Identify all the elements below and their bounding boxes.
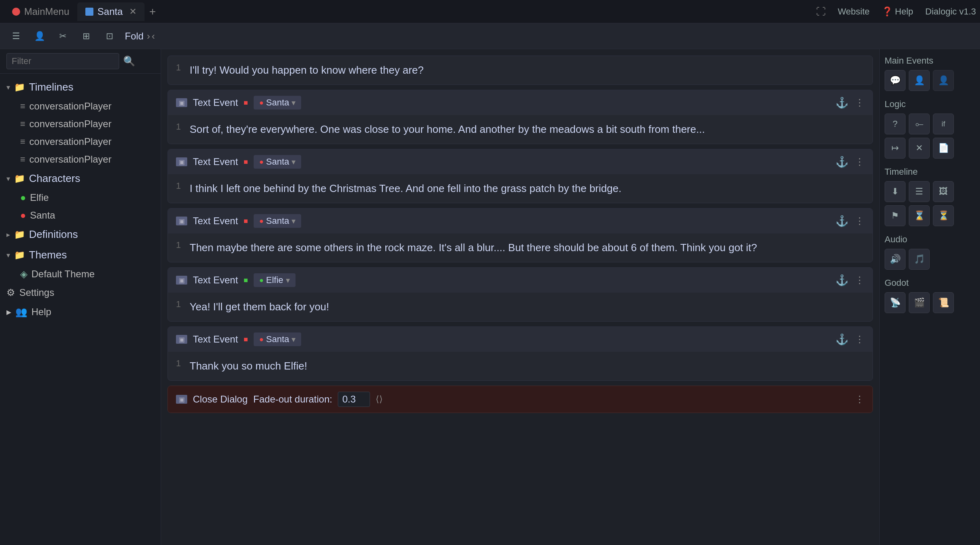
event-header-4: ▣ Text Event ■ ● Elfie ▾ ⚓ ⋮ [168, 268, 872, 293]
toolbar-user-btn[interactable]: 👤 [31, 28, 48, 44]
event-card-5: ▣ Text Event ■ ● Santa ▾ ⚓ ⋮ 1 Thank you… [167, 326, 873, 381]
event-menu-btn-3[interactable]: ⋮ [855, 215, 864, 227]
music-btn[interactable]: 🎵 [909, 249, 930, 270]
santa-tab-close[interactable]: ✕ [129, 6, 136, 17]
timeline-item-cp4[interactable]: ≡ conversationPlayer [0, 151, 161, 168]
tab-santa[interactable]: Santa ✕ [77, 2, 145, 21]
event-anchor-5: ⚓ [835, 333, 848, 346]
hourglass-btn[interactable]: ⌛ [909, 205, 930, 226]
filter-input[interactable] [6, 53, 119, 69]
close-dialog-header: ▣ Close Dialog Fade-out duration: ⟨⟩ ⋮ [168, 386, 872, 413]
fade-label: Fade-out duration: [253, 394, 332, 405]
list-btn[interactable]: ☰ [909, 181, 930, 202]
event-type-4: Text Event [193, 275, 238, 286]
event-menu-btn-4[interactable]: ⋮ [855, 275, 864, 286]
branch-btn[interactable]: ⟜ [909, 114, 930, 134]
event-text-2: I think I left one behind by the Christm… [190, 181, 621, 196]
char-badge-4[interactable]: ● Elfie ▾ [254, 273, 296, 287]
toolbar-paste-btn[interactable]: ⊡ [101, 28, 118, 44]
char-dropdown-5[interactable]: ▾ [292, 334, 296, 344]
close-dialog-menu-btn[interactable]: ⋮ [855, 394, 864, 405]
scene-btn[interactable]: 🎬 [909, 292, 930, 313]
theme-item-default[interactable]: ◈ Default Theme [0, 265, 161, 283]
character-item-elfie[interactable]: ● Elfie [0, 189, 161, 206]
event-card-4: ▣ Text Event ■ ● Elfie ▾ ⚓ ⋮ 1 Yea! I'll… [167, 267, 873, 322]
event-type-3: Text Event [193, 215, 238, 227]
char-badge-2[interactable]: ● Santa ▾ [254, 155, 301, 169]
line-num-1: 1 [176, 122, 184, 132]
tab-mainmenu[interactable]: MainMenu [4, 2, 77, 21]
help-link[interactable]: ❓ Help [882, 6, 913, 17]
timeline-label-cp2: conversationPlayer [29, 118, 112, 130]
character-item-santa[interactable]: ● Santa [0, 206, 161, 224]
sidebar-tree: ▾ 📁 Timelines ≡ conversationPlayer ≡ con… [0, 74, 161, 545]
event-card-2: ▣ Text Event ■ ● Santa ▾ ⚓ ⋮ 1 I think I… [167, 149, 873, 203]
script-btn[interactable]: 📜 [933, 292, 954, 313]
arrow-right-icon: › [147, 31, 150, 42]
new-tab-button[interactable]: + [145, 5, 161, 18]
rss-btn[interactable]: 📡 [885, 292, 906, 313]
flag-btn[interactable]: ⚑ [885, 205, 906, 226]
dialog-event-btn[interactable]: 💬 [885, 70, 906, 91]
godot-title: Godot [885, 278, 975, 288]
partial-line-num: 1 [176, 62, 184, 73]
char-color-dot-3: ● [259, 217, 264, 225]
event-type-5: Text Event [193, 334, 238, 345]
event-card-1: ▣ Text Event ■ ● Santa ▾ ⚓ ⋮ 1 Sort of, … [167, 90, 873, 144]
sidebar-help[interactable]: ▸ 👥 Help [0, 302, 161, 322]
event-menu-btn-5[interactable]: ⋮ [855, 334, 864, 345]
timeline-item-cp3[interactable]: ≡ conversationPlayer [0, 133, 161, 151]
section-definitions-header[interactable]: ▸ 📁 Definitions [0, 224, 161, 245]
elfie-dot-icon: ● [20, 192, 26, 203]
event-menu-btn-2[interactable]: ⋮ [855, 156, 864, 167]
add-character-btn[interactable]: 👤 [909, 70, 930, 91]
doc-btn[interactable]: 📄 [933, 138, 954, 159]
download-btn[interactable]: ⬇ [885, 181, 906, 202]
section-timelines: ▾ 📁 Timelines ≡ conversationPlayer ≡ con… [0, 77, 161, 168]
event-header-right-3: ⚓ ⋮ [835, 215, 864, 227]
help-label: Help [31, 306, 51, 318]
if-btn[interactable]: if [933, 114, 954, 134]
image-btn[interactable]: 🖼 [933, 181, 954, 202]
sound-btn[interactable]: 🔊 [885, 249, 906, 270]
line-num-5: 1 [176, 358, 184, 369]
sidebar-settings[interactable]: ⚙ Settings [0, 283, 161, 302]
toolbar-fold[interactable]: Fold › ‹ [125, 31, 155, 42]
section-definitions: ▸ 📁 Definitions [0, 224, 161, 245]
website-link[interactable]: Website [838, 6, 870, 17]
char-badge-5[interactable]: ● Santa ▾ [254, 332, 301, 346]
section-timelines-header[interactable]: ▾ 📁 Timelines [0, 77, 161, 97]
section-themes-header[interactable]: ▾ 📁 Themes [0, 245, 161, 265]
toolbar-copy-btn[interactable]: ⊞ [78, 28, 94, 44]
section-characters-label: Characters [29, 172, 80, 185]
char-name-5: Santa [266, 334, 289, 345]
timeline-item-cp2[interactable]: ≡ conversationPlayer [0, 115, 161, 133]
toolbar-menu-btn[interactable]: ☰ [8, 28, 24, 44]
char-dropdown-2[interactable]: ▾ [292, 157, 296, 167]
event-anchor-2: ⚓ [835, 156, 848, 168]
section-characters-header[interactable]: ▾ 📁 Characters [0, 168, 161, 189]
x-btn[interactable]: ✕ [909, 138, 930, 159]
sidebar-filter-bar: 🔍 [0, 49, 161, 74]
char-name-4: Elfie [266, 275, 283, 285]
goto-btn[interactable]: ↦ [885, 138, 906, 159]
event-menu-btn-1[interactable]: ⋮ [855, 97, 864, 108]
line-num-2: 1 [176, 181, 184, 191]
fade-value-input[interactable] [338, 392, 370, 407]
char-dropdown-3[interactable]: ▾ [292, 216, 296, 226]
partial-event-text: I'll try! Would you happen to know where… [190, 62, 424, 78]
char-dropdown-4[interactable]: ▾ [286, 275, 290, 285]
timeline-item-cp1[interactable]: ≡ conversationPlayer [0, 97, 161, 115]
spinner-icon[interactable]: ⟨⟩ [376, 394, 383, 405]
wait-btn[interactable]: ⏳ [933, 205, 954, 226]
search-icon[interactable]: 🔍 [123, 56, 135, 67]
char-dropdown-1[interactable]: ▾ [292, 98, 296, 107]
title-bar-right: ⛶ Website ❓ Help Dialogic v1.3 [816, 6, 976, 17]
toolbar-cut-btn[interactable]: ✂ [55, 28, 71, 44]
theme-icon: ◈ [20, 268, 27, 280]
remove-character-btn[interactable]: 👤 [933, 70, 954, 91]
question-btn[interactable]: ? [885, 114, 906, 134]
char-badge-3[interactable]: ● Santa ▾ [254, 214, 301, 228]
char-badge-1[interactable]: ● Santa ▾ [254, 96, 301, 109]
section-themes: ▾ 📁 Themes ◈ Default Theme [0, 245, 161, 283]
